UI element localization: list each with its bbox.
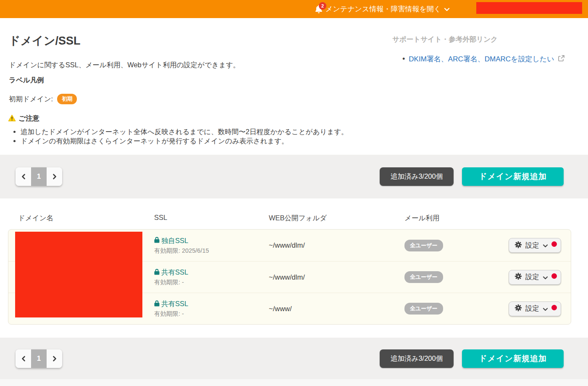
chevron-down-icon	[543, 305, 548, 313]
column-header-domain: ドメイン名	[8, 214, 147, 223]
intro-section: ドメイン/SSL ドメインに関するSSL、メール利用、Webサイト利用の設定がで…	[0, 18, 588, 155]
redacted-domain-names	[15, 232, 142, 317]
settings-label: 設定	[525, 272, 539, 282]
web-folder-cell: ~/www/dlm/	[262, 241, 397, 249]
pagination-prev-button[interactable]	[16, 167, 31, 186]
dkim-dmarc-link[interactable]: DKIM署名、ARC署名、DMARCを設定したい	[409, 54, 554, 64]
web-folder-cell: ~/www/dlm/	[262, 273, 397, 281]
mail-cell: 全ユーザー	[397, 303, 498, 315]
settings-label: 設定	[525, 241, 539, 250]
legend-row: 初期ドメイン: 初期	[9, 94, 77, 104]
domain-count-button[interactable]: 追加済み3/200個	[380, 167, 454, 186]
actions-cell: 設定	[509, 238, 561, 253]
pagination-current-page: 1	[31, 167, 47, 186]
settings-dropdown-button[interactable]: 設定	[509, 301, 561, 316]
ssl-expiry: 有効期限: -	[154, 278, 262, 286]
lock-icon	[154, 300, 160, 308]
ssl-cell: 共有SSL 有効期限: -	[147, 268, 262, 286]
notice-item: 追加したドメインがインターネット全体へ反映されるまでに、数時間〜2日程度かかるこ…	[21, 127, 348, 137]
page-description: ドメインに関するSSL、メール利用、Webサイト利用の設定ができます。	[9, 61, 240, 70]
support-links-panel: サポートサイト・参考外部リンク • DKIM署名、ARC署名、DMARCを設定し…	[392, 35, 564, 64]
domain-count-button[interactable]: 追加済み3/200個	[380, 349, 454, 368]
lock-icon	[154, 269, 160, 277]
actions-cell: 設定	[509, 301, 561, 316]
ssl-expiry: 有効期限: -	[154, 310, 262, 318]
legend-heading: ラベル凡例	[9, 76, 44, 85]
ssl-type-link[interactable]: 独自SSL	[161, 236, 188, 246]
table-header-row: ドメイン名 SSL WEB公開フォルダ メール利用	[8, 198, 571, 223]
bell-icon: 2	[315, 5, 323, 13]
gear-icon	[514, 304, 522, 313]
toolbar-top: 1 追加済み3/200個 ドメイン新規追加	[0, 155, 588, 198]
pagination-next-button[interactable]	[47, 167, 62, 186]
chevron-down-icon	[543, 241, 548, 249]
pagination-current-page: 1	[31, 349, 47, 368]
column-header-mail: メール利用	[397, 214, 498, 223]
mail-users-badge: 全ユーザー	[404, 271, 443, 283]
maintenance-link-label: メンテナンス情報・障害情報を開く	[326, 4, 441, 14]
ssl-type-link[interactable]: 共有SSL	[161, 268, 188, 277]
settings-dropdown-button[interactable]: 設定	[509, 238, 561, 253]
actions-cell: 設定	[509, 270, 561, 285]
ssl-cell: 共有SSL 有効期限: -	[147, 299, 262, 318]
footer-strip	[0, 379, 588, 386]
legend-item-label: 初期ドメイン:	[9, 95, 53, 104]
add-domain-button[interactable]: ドメイン新規追加	[462, 349, 564, 368]
page-title: ドメイン/SSL	[9, 33, 81, 48]
pagination-next-button[interactable]	[47, 349, 62, 368]
domain-table-section: ドメイン名 SSL WEB公開フォルダ メール利用 独自SSL 有効期限: 20…	[0, 198, 588, 338]
support-link-row: • DKIM署名、ARC署名、DMARCを設定したい	[402, 54, 564, 64]
settings-dropdown-button[interactable]: 設定	[509, 270, 561, 285]
column-header-ssl: SSL	[147, 214, 262, 223]
warning-icon	[8, 114, 16, 123]
pagination-prev-button[interactable]	[16, 349, 31, 368]
pagination: 1	[16, 349, 62, 368]
chevron-down-icon	[543, 273, 548, 281]
gear-icon	[514, 241, 522, 250]
lock-icon	[154, 237, 160, 245]
toolbar-bottom: 1 追加済み3/200個 ドメイン新規追加	[0, 338, 588, 379]
chevron-down-icon	[444, 5, 450, 13]
settings-label: 設定	[525, 304, 539, 313]
redacted-account-info	[476, 2, 582, 14]
initial-domain-badge: 初期	[57, 94, 77, 104]
support-heading: サポートサイト・参考外部リンク	[392, 35, 564, 44]
app-header: 2 メンテナンス情報・障害情報を開く	[0, 0, 588, 18]
mail-cell: 全ユーザー	[397, 271, 498, 283]
ssl-cell: 独自SSL 有効期限: 2025/6/15	[147, 236, 262, 255]
column-header-web-folder: WEB公開フォルダ	[262, 214, 397, 223]
notice-heading-row: ご注意	[8, 114, 39, 123]
maintenance-info-toggle[interactable]: 2 メンテナンス情報・障害情報を開く	[315, 0, 450, 18]
web-folder-cell: ~/www/	[262, 305, 397, 313]
ssl-type-link[interactable]: 共有SSL	[161, 299, 188, 309]
mail-users-badge: 全ユーザー	[404, 240, 443, 251]
notification-dot	[551, 241, 557, 247]
mail-users-badge: 全ユーザー	[404, 303, 443, 315]
notification-dot	[551, 305, 557, 310]
add-domain-button[interactable]: ドメイン新規追加	[462, 167, 564, 186]
bullet: •	[402, 55, 405, 63]
notice-heading: ご注意	[18, 114, 39, 123]
external-link-icon	[558, 55, 564, 63]
notice-item: ドメインの有効期限はさくらインターネットが発行するドメインのみ表示されます。	[21, 137, 348, 146]
notification-count-badge: 2	[319, 2, 326, 10]
pagination: 1	[16, 167, 62, 186]
mail-cell: 全ユーザー	[397, 240, 498, 251]
gear-icon	[514, 272, 522, 282]
ssl-expiry: 有効期限: 2025/6/15	[154, 247, 262, 255]
notification-dot	[551, 273, 557, 279]
notice-list: 追加したドメインがインターネット全体へ反映されるまでに、数時間〜2日程度かかるこ…	[9, 127, 348, 145]
